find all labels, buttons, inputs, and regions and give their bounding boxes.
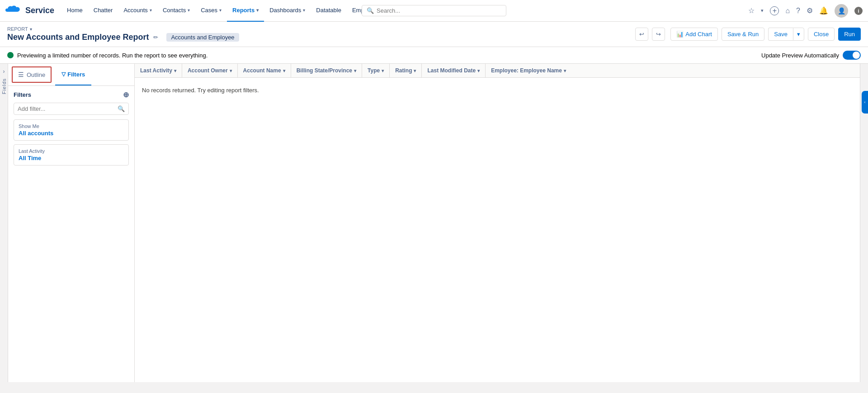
add-chart-button[interactable]: 📊 Add Chart xyxy=(670,28,718,41)
filters-section: Filters ⊕ 🔍 Show Me All accounts Last Ac… xyxy=(8,86,134,382)
chart-icon: 📊 xyxy=(676,31,684,38)
col-account-name[interactable]: Account Name ▾ xyxy=(238,64,291,77)
fields-panel[interactable]: › Fields xyxy=(0,64,8,382)
nav-contacts[interactable]: Contacts ▾ xyxy=(157,0,195,22)
close-button[interactable]: Close xyxy=(808,28,835,41)
info-icon[interactable]: i xyxy=(854,7,863,15)
nav-datatable[interactable]: Datatable xyxy=(311,0,347,22)
sort-icon: ▾ xyxy=(414,68,416,73)
run-button[interactable]: Run xyxy=(838,28,861,41)
col-account-owner[interactable]: Account Owner ▾ xyxy=(182,64,238,77)
filter-card-last-activity[interactable]: Last Activity All Time xyxy=(14,144,129,166)
add-icon[interactable]: + xyxy=(770,6,779,15)
bell-icon[interactable]: 🔔 xyxy=(819,6,828,15)
save-dropdown-button[interactable]: ▾ xyxy=(793,28,804,41)
filters-expand-icon[interactable]: ⊕ xyxy=(123,90,129,99)
preview-message: Previewing a limited number of records. … xyxy=(17,52,208,59)
tab-outline-label: Outline xyxy=(27,71,45,78)
search-icon: 🔍 xyxy=(367,7,374,14)
gear-icon[interactable]: ⚙ xyxy=(807,6,813,15)
sort-icon: ▾ xyxy=(564,68,566,73)
col-last-modified-date[interactable]: Last Modified Date ▾ xyxy=(422,64,486,77)
expand-fields-icon: › xyxy=(3,68,5,75)
save-and-run-button[interactable]: Save & Run xyxy=(722,28,764,41)
right-panel-pill[interactable]: ‹ xyxy=(862,91,868,114)
left-panel: ☰ Outline ▽ Filters Filters ⊕ 🔍 Show Me xyxy=(8,64,135,382)
filter-search-icon: 🔍 xyxy=(118,105,125,112)
search-bar[interactable]: 🔍 xyxy=(362,5,506,16)
sort-icon: ▾ xyxy=(382,68,384,73)
chevron-down-icon: ▾ xyxy=(188,8,190,13)
sort-icon: ▾ xyxy=(230,68,232,73)
update-preview-toggle[interactable] xyxy=(843,51,861,60)
chevron-down-icon: ▾ xyxy=(303,8,305,13)
help-icon[interactable]: ? xyxy=(796,7,800,15)
table-area: Last Activity ▾ Account Owner ▾ Account … xyxy=(135,64,860,382)
chevron-down-icon: ▾ xyxy=(256,8,259,13)
status-dot-icon xyxy=(7,52,14,58)
right-side-panel: ‹ xyxy=(860,64,868,382)
preview-toggle-area: Update Preview Automatically xyxy=(761,51,861,60)
update-preview-label: Update Preview Automatically xyxy=(761,52,839,59)
right-panel-arrow-icon: ‹ xyxy=(864,100,866,104)
report-title: New Accounts and Employee Report xyxy=(7,33,149,42)
save-button[interactable]: Save xyxy=(768,28,793,41)
nav-home[interactable]: Home xyxy=(61,0,88,22)
add-filter-input[interactable] xyxy=(18,105,118,112)
tab-filters[interactable]: ▽ Filters xyxy=(55,64,91,85)
app-name: Service xyxy=(25,6,54,15)
left-panel-tabs: ☰ Outline ▽ Filters xyxy=(8,64,134,86)
avatar[interactable]: 👤 xyxy=(835,4,848,18)
top-navigation: Service Home Chatter Accounts ▾ Contacts… xyxy=(0,0,868,22)
setup-home-icon[interactable]: ⌂ xyxy=(785,7,790,15)
table-header: Last Activity ▾ Account Owner ▾ Account … xyxy=(135,64,860,78)
col-employee-name[interactable]: Employee: Employee Name ▾ xyxy=(486,64,571,77)
filter-icon: ▽ xyxy=(61,71,66,77)
filter-label-show-me: Show Me xyxy=(19,123,124,129)
sort-icon: ▾ xyxy=(477,68,480,73)
col-rating[interactable]: Rating ▾ xyxy=(390,64,422,77)
col-billing-state[interactable]: Billing State/Province ▾ xyxy=(291,64,362,77)
sort-icon: ▾ xyxy=(283,68,285,73)
edit-icon[interactable]: ✏ xyxy=(153,34,158,41)
chevron-down-icon: ▾ xyxy=(219,8,222,13)
nav-cases[interactable]: Cases ▾ xyxy=(195,0,227,22)
sort-icon: ▾ xyxy=(354,68,356,73)
filter-value-last-activity: All Time xyxy=(19,155,124,161)
redo-button[interactable]: ↪ xyxy=(652,28,665,41)
report-tag: Accounts and Employee xyxy=(166,33,239,42)
filter-card-show-me[interactable]: Show Me All accounts xyxy=(14,119,129,141)
report-badge-chevron-icon[interactable]: ▾ xyxy=(30,27,32,32)
sort-icon: ▾ xyxy=(174,68,176,73)
star-icon[interactable]: ☆ xyxy=(748,6,755,15)
toggle-knob xyxy=(853,52,860,59)
tab-outline[interactable]: ☰ Outline xyxy=(12,66,52,83)
undo-button[interactable]: ↩ xyxy=(635,28,648,41)
filters-header: Filters ⊕ xyxy=(14,90,129,99)
preview-message-area: Previewing a limited number of records. … xyxy=(7,52,208,59)
filter-label-last-activity: Last Activity xyxy=(19,148,124,154)
report-badge: REPORT ▾ xyxy=(7,26,32,32)
no-records-message: No records returned. Try editing report … xyxy=(135,78,860,103)
nav-accounts[interactable]: Accounts ▾ xyxy=(118,0,157,22)
add-filter-box[interactable]: 🔍 xyxy=(14,103,129,115)
top-right-actions: ☆ ▾ + ⌂ ? ⚙ 🔔 👤 i xyxy=(748,4,863,18)
search-input[interactable] xyxy=(377,7,501,14)
col-type[interactable]: Type ▾ xyxy=(362,64,390,77)
nav-dashboards[interactable]: Dashboards ▾ xyxy=(264,0,311,22)
fields-label: Fields xyxy=(1,78,7,94)
tab-filters-label: Filters xyxy=(67,71,85,78)
salesforce-logo-icon[interactable] xyxy=(5,3,21,19)
nav-reports[interactable]: Reports ▾ xyxy=(227,0,264,22)
main-content-area: › Fields ☰ Outline ▽ Filters Filters ⊕ xyxy=(0,64,868,382)
preview-bar: Previewing a limited number of records. … xyxy=(0,47,868,64)
chevron-down-icon: ▾ xyxy=(150,8,152,13)
favorites-dropdown-icon[interactable]: ▾ xyxy=(761,8,764,14)
hamburger-icon: ☰ xyxy=(18,71,24,78)
nav-chatter[interactable]: Chatter xyxy=(88,0,118,22)
report-toolbar: REPORT ▾ New Accounts and Employee Repor… xyxy=(0,22,868,47)
col-last-activity[interactable]: Last Activity ▾ xyxy=(135,64,182,77)
filter-value-show-me: All accounts xyxy=(19,130,124,137)
